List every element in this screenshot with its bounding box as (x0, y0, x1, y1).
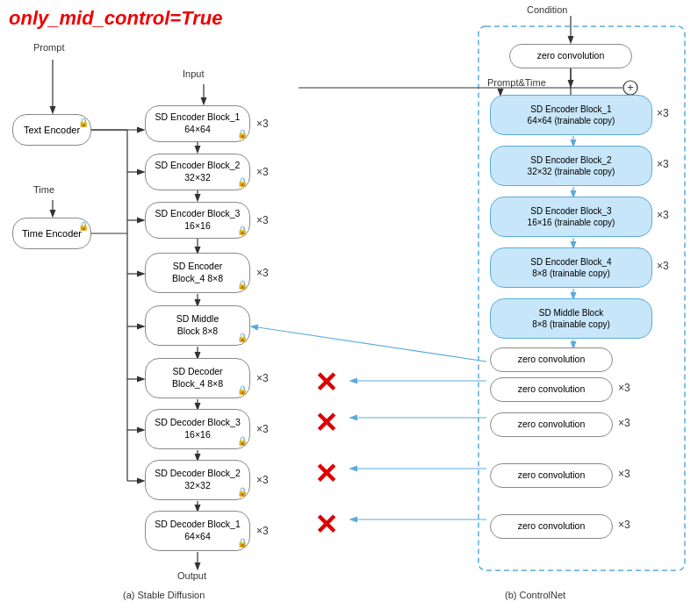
sd-dec2-box: SD Decoder Block_232×32 🔒 (145, 460, 250, 500)
mult-zd2: ×3 (618, 468, 630, 480)
mult-zd1: ×3 (618, 519, 630, 531)
condition-label: Condition (527, 4, 567, 15)
sd-dec1-box: SD Decoder Block_164×64 🔒 (145, 511, 250, 551)
redx-dec4: ✕ (314, 369, 338, 397)
time-encoder-box: Time Encoder 🔒 (12, 218, 91, 249)
svg-point-3 (623, 81, 637, 95)
mult-enc4: ×3 (256, 267, 269, 279)
sd-dec3-box: SD Decoder Block_316×16 🔒 (145, 409, 250, 449)
redx-dec1: ✕ (314, 511, 338, 539)
prompt-label: Prompt (33, 42, 64, 53)
mult-zd4: ×3 (618, 382, 630, 394)
zero-conv-mid-box: zero convolution (490, 347, 613, 372)
time-label: Time (33, 184, 54, 195)
cn-enc3-box: SD Encoder Block_316×16 (trainable copy) (490, 197, 652, 237)
mult-dec1: ×3 (256, 525, 269, 537)
redx-dec2: ✕ (314, 460, 338, 488)
mult-dec4: ×3 (256, 372, 269, 384)
zero-conv-dec3-box: zero convolution (490, 412, 613, 437)
mult-cn-enc1: ×3 (657, 107, 669, 119)
sd-enc4-box: SD EncoderBlock_4 8×8 🔒 (145, 253, 250, 293)
zero-conv-dec1-box: zero convolution (490, 514, 613, 539)
mult-dec2: ×3 (256, 474, 269, 486)
mult-enc1: ×3 (256, 118, 269, 130)
sd-enc1-box: SD Encoder Block_164×64 🔒 (145, 105, 250, 142)
page-title: only_mid_control=True (9, 7, 222, 30)
mult-dec3: ×3 (256, 423, 269, 435)
diagram-container: only_mid_control=True + (0, 0, 698, 616)
input-label: Input (183, 68, 204, 79)
text-encoder-box: Text Encoder 🔒 (12, 114, 91, 146)
mult-zd3: ×3 (618, 417, 630, 429)
redx-dec3: ✕ (314, 409, 338, 437)
mult-cn-enc2: ×3 (657, 158, 669, 170)
mult-enc2: ×3 (256, 166, 269, 178)
zero-conv-top-box: zero convolution (509, 44, 632, 68)
sd-dec4-box: SD DecoderBlock_4 8×8 🔒 (145, 358, 250, 398)
mult-enc3: ×3 (256, 214, 269, 226)
cn-mid-box: SD Middle Block8×8 (trainable copy) (490, 298, 652, 339)
cn-enc1-box: SD Encoder Block_164×64 (trainable copy) (490, 95, 652, 135)
prompt-time-label: Prompt&Time (487, 77, 546, 88)
zero-conv-dec4-box: zero convolution (490, 377, 613, 402)
sd-mid-box: SD MiddleBlock 8×8 🔒 (145, 305, 250, 346)
svg-line-37 (252, 326, 486, 362)
cn-enc4-box: SD Encoder Block_48×8 (trainable copy) (490, 247, 652, 288)
mult-cn-enc4: ×3 (657, 260, 669, 272)
mult-cn-enc3: ×3 (657, 209, 669, 221)
cn-enc2-box: SD Encoder Block_232×32 (trainable copy) (490, 146, 652, 186)
sd-enc3-box: SD Encoder Block_316×16 🔒 (145, 202, 250, 239)
sd-label: (a) Stable Diffusion (123, 590, 205, 600)
sd-enc2-box: SD Encoder Block_232×32 🔒 (145, 154, 250, 190)
svg-text:+: + (627, 81, 634, 94)
zero-conv-dec2-box: zero convolution (490, 463, 613, 488)
output-label: Output (177, 570, 206, 581)
cn-label: (b) ControlNet (505, 590, 565, 600)
